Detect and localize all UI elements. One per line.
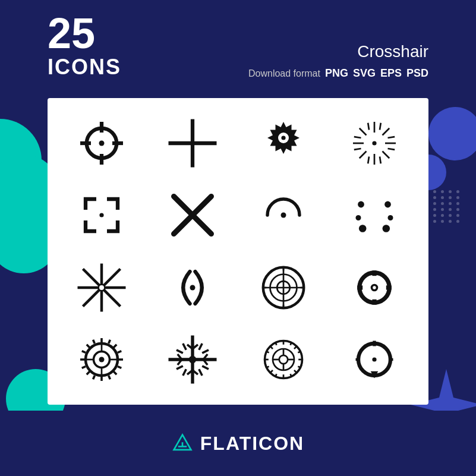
download-format-row: Download format PNG SVG EPS PSD (248, 67, 428, 80)
icon-decorative-gear-crosshair[interactable] (59, 327, 144, 393)
svg-line-17 (382, 128, 389, 135)
svg-line-106 (270, 346, 273, 349)
svg-point-36 (359, 225, 367, 232)
svg-point-43 (190, 285, 196, 290)
svg-line-69 (109, 340, 111, 343)
svg-line-23 (354, 137, 361, 138)
brand-name: FLATICON (200, 433, 304, 455)
icon-parentheses-crosshair[interactable] (150, 254, 235, 321)
svg-rect-57 (386, 285, 391, 289)
icon-half-circle-crosshair[interactable] (332, 327, 417, 393)
icon-dot-corners[interactable] (332, 182, 417, 249)
svg-line-115 (298, 352, 301, 353)
svg-line-16 (382, 151, 389, 158)
svg-line-108 (270, 370, 273, 373)
svg-line-73 (118, 351, 121, 353)
icon-complex-gear-crosshair[interactable] (241, 327, 326, 393)
icon-snowflake-crosshair[interactable] (150, 327, 235, 393)
svg-point-28 (100, 213, 104, 217)
icon-x-crosshair[interactable] (150, 182, 235, 249)
icon-asterisk-crosshair[interactable] (59, 254, 144, 321)
svg-line-65 (114, 345, 116, 348)
svg-line-19 (368, 123, 369, 130)
svg-line-117 (298, 367, 301, 368)
right-header: Crosshair Download format PNG SVG EPS PS… (248, 42, 428, 80)
icon-ring-notches[interactable] (332, 254, 417, 321)
flaticon-logo: FLATICON (172, 433, 304, 455)
svg-rect-56 (357, 285, 362, 289)
svg-rect-54 (372, 270, 376, 276)
svg-point-58 (371, 285, 377, 290)
svg-line-70 (93, 376, 95, 379)
svg-line-99 (202, 366, 209, 369)
download-label: Download format (248, 68, 320, 79)
svg-point-128 (372, 358, 376, 362)
svg-line-66 (87, 371, 90, 374)
icons-grid (48, 98, 428, 405)
svg-line-94 (199, 343, 202, 350)
svg-point-100 (189, 356, 197, 364)
svg-point-53 (359, 273, 389, 302)
svg-line-113 (291, 374, 292, 377)
svg-point-42 (99, 284, 105, 291)
count-number: 25 (48, 12, 121, 55)
svg-line-107 (294, 346, 297, 349)
svg-line-72 (82, 351, 86, 353)
svg-point-35 (387, 215, 393, 220)
icon-gear-crosshair[interactable] (241, 110, 326, 176)
svg-rect-55 (372, 300, 376, 305)
svg-line-18 (359, 151, 366, 158)
svg-line-24 (354, 149, 361, 150)
svg-line-21 (368, 156, 369, 163)
svg-line-74 (82, 367, 86, 368)
svg-point-27 (372, 141, 376, 145)
svg-point-10 (281, 135, 285, 140)
svg-line-116 (266, 367, 269, 368)
format-png[interactable]: PNG (325, 67, 348, 80)
svg-line-22 (380, 156, 381, 163)
format-eps[interactable]: EPS (380, 67, 402, 80)
icon-starburst-crosshair[interactable] (332, 110, 417, 176)
svg-point-6 (99, 140, 105, 146)
icon-crosshair-circle[interactable] (59, 110, 144, 176)
icon-count-block: 25 ICONS (48, 12, 121, 80)
icon-corner-brackets[interactable] (59, 182, 144, 249)
format-psd[interactable]: PSD (406, 67, 428, 80)
svg-point-77 (99, 357, 105, 362)
svg-point-32 (358, 201, 364, 208)
svg-line-93 (176, 350, 183, 353)
flaticon-brand-icon (172, 433, 193, 454)
svg-line-68 (93, 340, 95, 343)
footer: FLATICON (0, 411, 476, 476)
pack-title: Crosshair (357, 42, 428, 61)
svg-point-119 (279, 355, 288, 364)
icon-plus-crosshair[interactable] (150, 110, 235, 176)
svg-line-97 (176, 366, 183, 369)
svg-point-34 (355, 215, 361, 220)
svg-point-37 (382, 225, 390, 232)
header: 25 ICONS Crosshair Download format PNG S… (48, 12, 428, 80)
svg-line-109 (294, 370, 297, 373)
svg-point-33 (384, 201, 391, 208)
svg-line-75 (118, 367, 121, 368)
svg-line-95 (202, 350, 209, 353)
svg-line-114 (266, 352, 269, 353)
svg-line-20 (380, 123, 381, 130)
svg-line-71 (109, 376, 111, 379)
icon-radar-crosshair[interactable] (241, 254, 326, 321)
icon-arc-crosshair[interactable] (241, 182, 326, 249)
svg-line-110 (275, 342, 276, 345)
svg-line-96 (183, 369, 186, 376)
svg-line-112 (275, 374, 276, 377)
svg-line-98 (199, 369, 202, 376)
svg-line-67 (114, 371, 116, 374)
svg-line-26 (387, 149, 395, 150)
deco-blue-circle-right (428, 107, 476, 160)
format-svg[interactable]: SVG (353, 67, 376, 80)
background: 25 ICONS Crosshair Download format PNG S… (0, 0, 476, 476)
svg-line-25 (387, 137, 395, 138)
svg-point-31 (280, 213, 286, 218)
svg-line-15 (359, 128, 366, 135)
svg-line-64 (87, 345, 90, 348)
svg-marker-129 (174, 435, 191, 450)
